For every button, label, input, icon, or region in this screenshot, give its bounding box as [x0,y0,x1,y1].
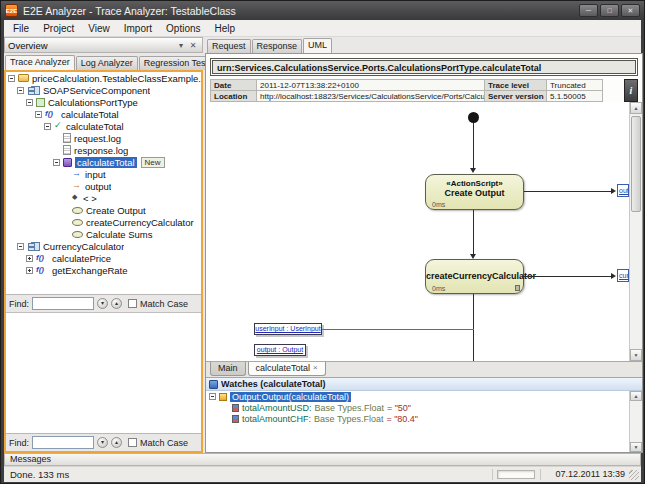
messages-label: Messages [10,454,51,464]
menu-project[interactable]: Project [36,22,81,35]
tree-item-create-output[interactable]: Create Output [6,204,201,216]
watch-name: totalAmountCHF: [242,414,311,424]
tab-uml[interactable]: UML [303,38,332,53]
watch-type: Base Types.Float [315,403,384,413]
expander-icon[interactable] [8,75,15,82]
condition-icon [72,194,80,203]
tab-trace-analyzer[interactable]: Trace Analyzer [5,55,75,70]
app-logo-icon: E2E [5,4,18,17]
find-next-button[interactable]: ▾ [97,437,108,448]
tree-item-label: response.log [74,145,128,156]
menu-import[interactable]: Import [117,22,159,35]
watch-name: totalAmountUSD: [242,403,312,413]
scroll-down-icon[interactable]: ▼ [630,349,642,361]
action-icon [72,207,83,214]
diagram-scrollbar[interactable]: ▲ ▼ [629,102,642,361]
find-input[interactable] [32,297,94,310]
action-create-output[interactable]: «ActionScript» Create Output 0ms [425,174,524,210]
overview-panel-header: Overview ▾ ✕ [4,37,203,53]
tree-item-response-log[interactable]: response.log [6,144,201,156]
variable-icon [232,404,239,412]
info-button[interactable]: i [624,79,638,102]
control-flow-line [473,210,474,254]
initial-node[interactable] [468,112,479,123]
tree-item-calculateprice[interactable]: calculatePrice [6,252,201,264]
panel-close-icon[interactable]: ✕ [187,41,199,50]
close-tab-icon[interactable]: × [313,364,318,372]
object-flow-line [524,276,612,277]
object-node-clipped[interactable]: cur [617,269,629,282]
tree-item-calculatetotal-operation[interactable]: calculateTotal [6,108,201,120]
tree-item-request-log[interactable]: request.log [6,132,201,144]
watches-tree: Output:Output(calculateTotal) totalAmoun… [206,391,629,452]
scroll-up-icon[interactable]: ▲ [630,102,642,114]
operation-urn: urn:Services.CalculationsService.Ports.C… [212,60,636,74]
expander-icon[interactable] [44,123,51,130]
date-value: 2011-12-07T13:38:22+0100 [257,80,485,91]
tree-item-getexchangerate[interactable]: getExchangeRate [6,264,201,276]
tab-response[interactable]: Response [252,39,303,53]
action-createcurrencycalculator[interactable]: createCurrencyCalculator 0ms [425,259,524,294]
find-label: Find: [9,299,29,309]
action-icon [72,219,83,226]
trace-tree-container: priceCalculation.TestableClassExample.Te… [4,70,203,453]
arrowhead-icon [611,188,616,194]
expander-spacer [53,135,60,142]
tree-item-project[interactable]: priceCalculation.TestableClassExample.Te… [6,72,201,84]
expander-icon[interactable] [53,159,60,166]
watch-row[interactable]: totalAmountCHF: Base Types.Float = "80.4… [206,413,629,424]
tree-item-calculatetotal-trace[interactable]: calculateTotal [6,120,201,132]
find-prev-button[interactable]: ▴ [111,437,122,448]
scroll-up-icon[interactable]: ▲ [630,391,642,401]
menu-file[interactable]: File [6,22,36,35]
find-input-2[interactable] [32,436,94,449]
watches-icon [209,380,218,389]
arrowhead-icon [611,273,616,279]
tab-request[interactable]: Request [207,39,251,53]
tab-calculatetotal[interactable]: calculateTotal× [248,362,326,376]
progress-indicator [497,470,535,479]
menu-view[interactable]: View [81,22,117,35]
tree-item-input[interactable]: input [6,168,201,180]
tree-item-soapservicecomponent[interactable]: SOAPServiceComponent [6,84,201,96]
tree-item-currencycalculator[interactable]: CurrencyCalculator [6,240,201,252]
find-prev-button[interactable]: ▴ [111,298,122,309]
menu-options[interactable]: Options [159,22,207,35]
messages-panel[interactable]: Messages [4,453,641,466]
chevron-down-icon[interactable]: ▾ [175,41,187,50]
tree-item-calculate-sums[interactable]: Calculate Sums [6,228,201,240]
tree-item-calculationsporttype[interactable]: CalculationsPortType [6,96,201,108]
object-node-userinput[interactable]: userInput : UserInput [254,323,322,335]
object-node-clipped[interactable]: out [617,184,629,197]
close-button[interactable]: ✕ [621,4,640,17]
maximize-button[interactable]: □ [600,4,619,17]
scroll-down-icon[interactable]: ▼ [630,442,642,452]
expander-icon[interactable] [26,99,33,106]
expander-icon[interactable] [209,393,216,400]
watch-root-row[interactable]: Output:Output(calculateTotal) [206,391,629,402]
scrollbar-thumb[interactable] [631,116,641,212]
expander-icon[interactable] [26,255,33,262]
object-node-output[interactable]: output : Output [254,344,306,356]
resize-grip[interactable] [629,470,639,480]
watches-scrollbar[interactable]: ▲ ▼ [629,391,642,452]
uml-diagram: «ActionScript» Create Output 0ms createC… [206,102,629,361]
tab-log-analyzer[interactable]: Log Analyzer [76,56,138,70]
tree-item-output[interactable]: output [6,180,201,192]
expander-icon[interactable] [17,243,24,250]
find-next-button[interactable]: ▾ [97,298,108,309]
minimize-button[interactable]: ─ [579,4,598,17]
tab-main[interactable]: Main [210,362,246,376]
menu-help[interactable]: Help [208,22,243,35]
location-value: http://localhost:18823/Services/Calculat… [257,91,485,102]
tree-item-calculatetotal-activity[interactable]: calculateTotalNew [6,156,201,168]
expander-icon[interactable] [26,267,33,274]
match-case-checkbox[interactable] [128,299,137,308]
expander-icon[interactable] [35,111,42,118]
watch-row[interactable]: totalAmountUSD: Base Types.Float = "50" [206,402,629,413]
tree-item-createcurrencycalculator[interactable]: createCurrencyCalculator [6,216,201,228]
tree-item-condition[interactable]: < > [6,192,201,204]
expander-icon[interactable] [17,87,24,94]
match-case-checkbox[interactable] [128,438,137,447]
tree-item-label: Calculate Sums [86,229,153,240]
